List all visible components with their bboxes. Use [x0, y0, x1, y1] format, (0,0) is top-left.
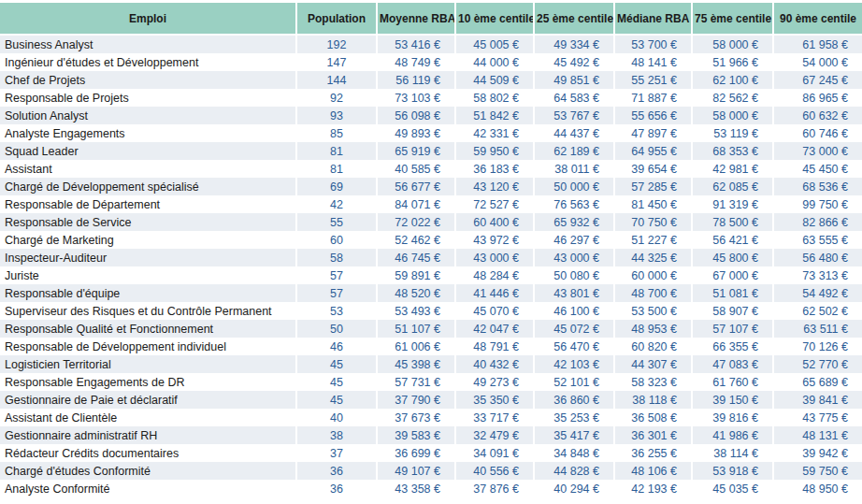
p10-cell: 60 400 €	[456, 213, 535, 231]
table-row: Responsable Engagements de DR4557 731 €4…	[0, 373, 862, 391]
mediane-rba-cell: 44 307 €	[615, 355, 693, 373]
table-row: Logisticien Territorial4545 398 €40 432 …	[0, 355, 862, 373]
p10-cell: 43 000 €	[456, 249, 535, 266]
table-row: Gestionnaire de Paie et déclaratif4537 7…	[0, 391, 862, 409]
p25-cell: 49 851 €	[535, 71, 615, 89]
p90-cell: 70 126 €	[774, 338, 862, 355]
p90-cell: 67 245 €	[774, 71, 862, 89]
p90-cell: 39 841 €	[774, 391, 862, 409]
job-title-cell: Gestionnaire administratif RH	[0, 426, 297, 444]
population-cell: 81	[297, 142, 378, 160]
job-title-cell: Responsable de Service	[0, 213, 297, 231]
population-cell: 36	[297, 480, 378, 497]
p25-cell: 42 103 €	[535, 355, 615, 373]
p75-cell: 66 355 €	[693, 338, 774, 355]
column-header-moyenne-rba: Moyenne RBA	[378, 3, 456, 36]
population-cell: 40	[297, 409, 378, 426]
p75-cell: 41 986 €	[693, 426, 774, 444]
moyenne-rba-cell: 56 098 €	[378, 107, 456, 124]
population-cell: 38	[297, 426, 378, 444]
p75-cell: 56 421 €	[693, 231, 774, 249]
mediane-rba-cell: 55 656 €	[615, 107, 693, 124]
mediane-rba-cell: 36 508 €	[615, 409, 693, 426]
table-row: Responsable de Département4284 071 €72 5…	[0, 195, 862, 213]
p90-cell: 62 502 €	[774, 302, 862, 320]
moyenne-rba-cell: 65 919 €	[378, 142, 456, 160]
p25-cell: 65 932 €	[535, 213, 615, 231]
job-title-cell: Responsable de Développement individuel	[0, 338, 297, 355]
population-cell: 144	[297, 71, 378, 89]
p75-cell: 82 562 €	[693, 89, 774, 107]
moyenne-rba-cell: 61 006 €	[378, 338, 456, 355]
mediane-rba-cell: 70 750 €	[615, 213, 693, 231]
moyenne-rba-cell: 36 699 €	[378, 444, 456, 462]
job-title-cell: Responsable de Projets	[0, 89, 297, 107]
p90-cell: 61 958 €	[774, 36, 862, 53]
population-cell: 85	[297, 124, 378, 142]
table-row: Business Analyst19253 416 €45 005 €49 33…	[0, 36, 862, 53]
table-row: Squad Leader8165 919 €59 950 €62 189 €64…	[0, 142, 862, 160]
moyenne-rba-cell: 73 103 €	[378, 89, 456, 107]
mediane-rba-cell: 36 301 €	[615, 426, 693, 444]
population-cell: 45	[297, 355, 378, 373]
table-row: Assistant8140 585 €36 183 €38 011 €39 65…	[0, 160, 862, 178]
mediane-rba-cell: 60 000 €	[615, 266, 693, 284]
job-title-cell: Business Analyst	[0, 36, 297, 53]
moyenne-rba-cell: 72 022 €	[378, 213, 456, 231]
p25-cell: 43 801 €	[535, 284, 615, 302]
moyenne-rba-cell: 48 520 €	[378, 284, 456, 302]
moyenne-rba-cell: 37 790 €	[378, 391, 456, 409]
table-row: Gestionnaire administratif RH3839 583 €3…	[0, 426, 862, 444]
mediane-rba-cell: 60 820 €	[615, 338, 693, 355]
population-cell: 60	[297, 231, 378, 249]
p10-cell: 41 446 €	[456, 284, 535, 302]
table-row: Analyste Conformité3643 358 €37 876 €40 …	[0, 480, 862, 497]
p10-cell: 34 091 €	[456, 444, 535, 462]
mediane-rba-cell: 71 887 €	[615, 89, 693, 107]
p25-cell: 36 860 €	[535, 391, 615, 409]
job-title-cell: Rédacteur Crédits documentaires	[0, 444, 297, 462]
p25-cell: 76 563 €	[535, 195, 615, 213]
p10-cell: 58 802 €	[456, 89, 535, 107]
job-title-cell: Analyste Engagements	[0, 124, 297, 142]
p10-cell: 45 070 €	[456, 302, 535, 320]
mediane-rba-cell: 53 500 €	[615, 302, 693, 320]
moyenne-rba-cell: 84 071 €	[378, 195, 456, 213]
moyenne-rba-cell: 51 107 €	[378, 320, 456, 338]
p75-cell: 51 966 €	[693, 53, 774, 71]
mediane-rba-cell: 48 953 €	[615, 320, 693, 338]
p75-cell: 53 918 €	[693, 462, 774, 480]
p25-cell: 45 492 €	[535, 53, 615, 71]
p75-cell: 62 085 €	[693, 178, 774, 195]
job-title-cell: Logisticien Territorial	[0, 355, 297, 373]
mediane-rba-cell: 55 251 €	[615, 71, 693, 89]
mediane-rba-cell: 58 323 €	[615, 373, 693, 391]
population-cell: 58	[297, 249, 378, 266]
mediane-rba-cell: 53 700 €	[615, 36, 693, 53]
p90-cell: 65 689 €	[774, 373, 862, 391]
job-title-cell: Chargé de Marketing	[0, 231, 297, 249]
moyenne-rba-cell: 56 119 €	[378, 71, 456, 89]
p10-cell: 49 273 €	[456, 373, 535, 391]
population-cell: 69	[297, 178, 378, 195]
p10-cell: 45 005 €	[456, 36, 535, 53]
p90-cell: 68 536 €	[774, 178, 862, 195]
p25-cell: 43 000 €	[535, 249, 615, 266]
population-cell: 93	[297, 107, 378, 124]
column-header-90-me-centile: 90 ème centile	[774, 3, 862, 36]
table-row: Chef de Projets14456 119 €44 509 €49 851…	[0, 71, 862, 89]
table-row: Assistant de Clientèle4037 673 €33 717 €…	[0, 409, 862, 426]
moyenne-rba-cell: 49 107 €	[378, 462, 456, 480]
column-header-10-me-centile: 10 ème centile	[456, 3, 535, 36]
p10-cell: 59 950 €	[456, 142, 535, 160]
population-cell: 36	[297, 462, 378, 480]
p25-cell: 46 297 €	[535, 231, 615, 249]
table-row: Responsable de Service5572 022 €60 400 €…	[0, 213, 862, 231]
table-row: Responsable de Projets9273 103 €58 802 €…	[0, 89, 862, 107]
p25-cell: 64 583 €	[535, 89, 615, 107]
table-row: Solution Analyst9356 098 €51 842 €53 767…	[0, 107, 862, 124]
moyenne-rba-cell: 57 731 €	[378, 373, 456, 391]
mediane-rba-cell: 64 955 €	[615, 142, 693, 160]
moyenne-rba-cell: 39 583 €	[378, 426, 456, 444]
job-title-cell: Responsable de Département	[0, 195, 297, 213]
